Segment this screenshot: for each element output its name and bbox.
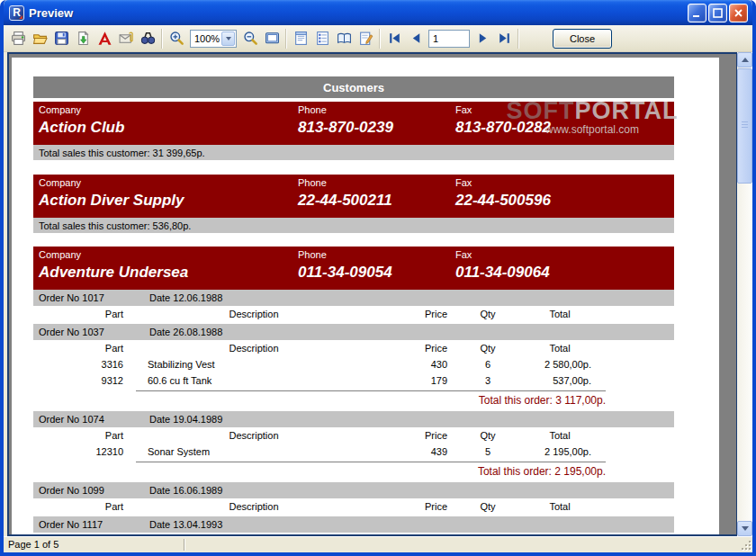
order-header-band: Order No 1117Date 13.04.1993	[33, 516, 674, 533]
print-button[interactable]	[7, 28, 29, 49]
columns-header-row-cell: Description	[123, 343, 384, 354]
columns-header-row-cell: Qty	[447, 430, 528, 441]
open-button[interactable]	[29, 28, 50, 49]
export-button[interactable]	[72, 28, 94, 49]
maximize-button[interactable]	[708, 4, 727, 22]
order-date: Date 16.06.1989	[149, 485, 222, 496]
gap	[33, 160, 674, 171]
chevron-down-icon[interactable]	[221, 31, 235, 46]
preview-window: R Preview	[0, 0, 756, 556]
scrollbar-track[interactable]	[737, 184, 752, 521]
columns-header-row-cell: Total	[528, 343, 591, 354]
columns-header-row-cell: Price	[384, 309, 447, 319]
fax-group: Fax011-34-09064	[455, 249, 674, 290]
columns-header-row: PartDescriptionPriceQtyTotal	[33, 340, 674, 356]
send-email-button[interactable]	[115, 28, 137, 49]
fax-label: Fax	[455, 249, 674, 260]
fax-value: 011-34-09064	[455, 264, 674, 282]
zoom-in-button[interactable]	[166, 28, 187, 49]
statusbar-separator	[184, 539, 185, 551]
resize-grip[interactable]	[740, 539, 752, 551]
save-button[interactable]	[50, 28, 72, 49]
columns-header-row: PartDescriptionPriceQtyTotal	[33, 306, 674, 322]
zoom-out-button[interactable]	[239, 28, 261, 49]
window-title: Preview	[29, 6, 688, 20]
columns-header-row-cell: Total	[528, 501, 591, 512]
columns-header-row-cell: Description	[123, 501, 384, 512]
gap	[33, 233, 674, 243]
phone-value: 813-870-0239	[298, 119, 455, 137]
order-date: Date 19.04.1989	[149, 414, 222, 425]
fax-value: 813-870-0282	[455, 119, 674, 137]
vertical-scrollbar[interactable]	[737, 52, 752, 536]
titlebar: R Preview	[4, 0, 752, 25]
order-item-row-cell: 6	[447, 359, 528, 370]
thumbnails-button[interactable]	[333, 28, 355, 49]
page-settings-button[interactable]	[290, 28, 311, 49]
columns-header-row-cell: Description	[123, 309, 384, 319]
columns-header-row: PartDescriptionPriceQtyTotal	[33, 427, 674, 444]
order-total-row: Total this order: 2 195,00p.	[33, 460, 674, 478]
order-number: Order No 1037	[39, 327, 149, 337]
fax-value: 22-44-500596	[455, 192, 674, 210]
report-title: Customers	[33, 76, 674, 98]
order-number: Order No 1074	[39, 414, 149, 425]
order-item-row-cell: 2 195,00p.	[528, 446, 591, 457]
company-label: Company	[39, 249, 298, 260]
order-item-row: 931260.6 cu ft Tank1793537,00p.	[33, 372, 674, 389]
total-sales-band: Total sales this customer: 536,80p.	[33, 218, 674, 233]
zoom-select[interactable]: 100%	[190, 30, 237, 48]
order-date: Date 12.06.1988	[149, 292, 222, 303]
find-button[interactable]	[137, 28, 158, 49]
phone-group: Phone011-34-09054	[298, 249, 455, 290]
phone-label: Phone	[298, 177, 455, 188]
columns-header-row-cell: Part	[33, 343, 123, 354]
order-total-value: Total this order: 2 195,00p.	[136, 462, 606, 478]
order-item-row-cell: 439	[384, 446, 447, 457]
phone-label: Phone	[298, 104, 455, 115]
company-group: CompanyAction Club	[39, 104, 298, 145]
phone-value: 011-34-09054	[298, 264, 455, 282]
edit-page-button[interactable]	[355, 28, 376, 49]
zoom-value: 100%	[194, 33, 220, 44]
statusbar: Page 1 of 5	[4, 536, 752, 552]
whole-page-button[interactable]	[261, 28, 283, 49]
order-item-row-cell: 60.6 cu ft Tank	[123, 375, 384, 386]
first-page-button[interactable]	[383, 28, 405, 49]
company-value: Adventure Undersea	[39, 264, 298, 282]
columns-header-row-cell: Price	[384, 501, 447, 512]
page-info: Page 1 of 5	[4, 539, 184, 550]
prev-page-button[interactable]	[405, 28, 427, 49]
outline-button[interactable]	[311, 28, 333, 49]
order-header-band: Order No 1099Date 16.06.1989	[33, 482, 674, 498]
phone-label: Phone	[298, 249, 455, 260]
page-number-value: 1	[433, 33, 438, 44]
scrollbar-thumb[interactable]	[737, 68, 752, 184]
order-item-row: 3316Stabilizing Vest43062 580,00p.	[33, 356, 674, 372]
order-item-row-cell: 12310	[33, 446, 123, 457]
last-page-button[interactable]	[493, 28, 515, 49]
company-group: CompanyAction Diver Supply	[39, 177, 298, 218]
order-item-row-cell: 5	[447, 446, 528, 457]
scroll-down-button[interactable]	[737, 521, 752, 536]
fax-label: Fax	[455, 104, 674, 115]
order-date: Date 13.04.1993	[149, 519, 222, 530]
order-item-row-cell: 430	[384, 359, 447, 370]
columns-header-row-cell: Description	[123, 430, 384, 441]
columns-header-row-cell: Price	[384, 343, 447, 354]
minimize-button[interactable]	[688, 4, 706, 22]
toolbar: 100% 1	[4, 25, 752, 52]
next-page-button[interactable]	[472, 28, 493, 49]
phone-value: 22-44-500211	[298, 192, 455, 210]
close-window-button[interactable]	[729, 4, 748, 22]
fax-group: Fax22-44-500596	[455, 177, 674, 218]
export-pdf-button[interactable]	[94, 28, 115, 49]
company-label: Company	[39, 177, 298, 188]
page-number-input[interactable]: 1	[428, 30, 470, 48]
close-preview-button[interactable]: Close	[553, 29, 612, 49]
order-item-row-cell: 3	[447, 375, 528, 386]
fax-label: Fax	[455, 177, 674, 188]
order-header-band: Order No 1074Date 19.04.1989	[33, 411, 674, 427]
order-number: Order No 1117	[39, 519, 149, 530]
scroll-up-button[interactable]	[737, 52, 752, 67]
